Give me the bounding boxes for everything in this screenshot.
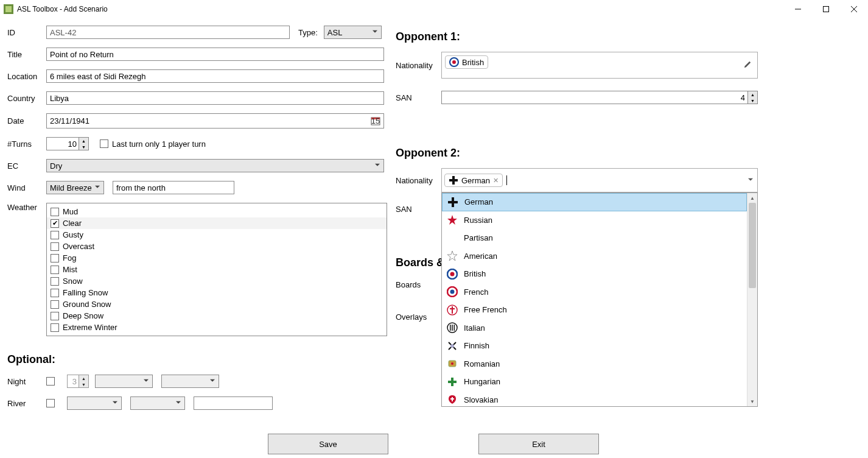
- title-input[interactable]: [46, 48, 384, 61]
- scroll-up-icon[interactable]: ▲: [747, 193, 757, 203]
- weather-checkbox[interactable]: [51, 289, 59, 297]
- dropdown-item-italian[interactable]: Italian: [442, 319, 747, 337]
- opp1-nat-label: Nationality: [396, 61, 441, 70]
- weather-checkbox[interactable]: [51, 254, 59, 262]
- wind-select[interactable]: Mild Breeze: [46, 181, 104, 194]
- dropdown-item-label: American: [464, 252, 497, 261]
- weather-checkbox[interactable]: [51, 312, 59, 320]
- night-spinner[interactable]: ▲▼: [67, 375, 89, 388]
- river-label: River: [7, 399, 46, 408]
- dropdown-item-hungarian[interactable]: Hungarian: [442, 373, 747, 391]
- close-button[interactable]: [840, 0, 868, 18]
- opp2-nationality-dropdown[interactable]: GermanRussianPartisanAmericanBritishFren…: [441, 192, 758, 407]
- night-select-2[interactable]: [161, 375, 219, 388]
- id-label: ID: [7, 28, 46, 37]
- country-input[interactable]: [46, 91, 384, 105]
- dropdown-item-free-french[interactable]: Free French: [442, 301, 747, 319]
- dropdown-item-label: Finnish: [464, 341, 489, 350]
- chevron-down-icon[interactable]: [748, 178, 753, 183]
- opp1-nationality-box[interactable]: British: [441, 52, 758, 79]
- turns-up[interactable]: ▲: [79, 138, 88, 144]
- dropdown-item-german[interactable]: German: [442, 193, 747, 211]
- finnish-flag-icon: [447, 340, 458, 351]
- scroll-thumb[interactable]: [749, 203, 756, 288]
- date-label: Date: [7, 116, 46, 125]
- weather-item-snow[interactable]: Snow: [47, 275, 387, 287]
- weather-checkbox[interactable]: [51, 266, 59, 274]
- dropdown-item-finnish[interactable]: Finnish: [442, 337, 747, 355]
- location-input[interactable]: [46, 69, 384, 83]
- dropdown-item-russian[interactable]: Russian: [442, 211, 747, 230]
- weather-item-label: Extreme Winter: [63, 323, 117, 332]
- weather-item-clear[interactable]: Clear: [47, 217, 387, 229]
- weather-item-label: Falling Snow: [63, 288, 108, 297]
- weather-checkbox[interactable]: [51, 219, 59, 228]
- weather-listbox[interactable]: MudClearGustyOvercastFogMistSnowFalling …: [46, 203, 387, 336]
- window-title: ASL Toolbox - Add Scenario: [17, 5, 108, 13]
- pencil-icon[interactable]: [743, 60, 752, 71]
- turns-down[interactable]: ▼: [79, 144, 88, 150]
- river-select-2[interactable]: [130, 396, 185, 410]
- wind-direction-input[interactable]: [113, 181, 234, 194]
- italian-flag-icon: [447, 322, 458, 333]
- dropdown-scrollbar[interactable]: ▲ ▼: [747, 193, 757, 406]
- night-select-1[interactable]: [95, 375, 153, 388]
- weather-item-deep-snow[interactable]: Deep Snow: [47, 310, 387, 322]
- ec-select[interactable]: Dry: [46, 159, 384, 172]
- weather-checkbox[interactable]: [51, 300, 59, 309]
- dropdown-item-label: German: [464, 197, 493, 206]
- turns-spinner[interactable]: ▲▼: [46, 137, 89, 150]
- wind-label: Wind: [7, 183, 46, 192]
- dropdown-item-slovakian[interactable]: Slovakian: [442, 391, 747, 407]
- free-french-flag-icon: [447, 305, 458, 315]
- title-label: Title: [7, 50, 46, 59]
- svg-point-18: [450, 272, 455, 276]
- dropdown-item-label: Russian: [464, 216, 492, 225]
- overlays-label: Overlays: [396, 312, 441, 322]
- date-input[interactable]: 15: [46, 113, 384, 129]
- weather-checkbox[interactable]: [51, 242, 59, 251]
- weather-item-label: Mist: [63, 265, 77, 274]
- dropdown-item-american[interactable]: American: [442, 247, 747, 266]
- save-button[interactable]: Save: [268, 434, 388, 454]
- river-checkbox[interactable]: [46, 399, 55, 407]
- weather-checkbox[interactable]: [51, 208, 59, 216]
- calendar-icon[interactable]: 15: [368, 114, 383, 128]
- dropdown-item-partisan[interactable]: Partisan: [442, 229, 747, 247]
- night-checkbox[interactable]: [46, 377, 55, 386]
- opp2-nationality-combo[interactable]: German ✕: [441, 168, 758, 192]
- svg-rect-3: [824, 7, 829, 12]
- scroll-down-icon[interactable]: ▼: [747, 396, 757, 406]
- chip-remove-icon[interactable]: ✕: [493, 177, 499, 185]
- weather-checkbox[interactable]: [51, 231, 59, 239]
- weather-item-overcast[interactable]: Overcast: [47, 241, 387, 252]
- svg-marker-16: [447, 251, 457, 261]
- weather-item-mist[interactable]: Mist: [47, 264, 387, 275]
- weather-item-falling-snow[interactable]: Falling Snow: [47, 287, 387, 298]
- river-select-1[interactable]: [67, 396, 122, 410]
- opp2-chip-german[interactable]: German ✕: [444, 174, 503, 187]
- weather-item-mud[interactable]: Mud: [47, 206, 387, 217]
- weather-item-label: Gusty: [63, 230, 83, 239]
- weather-item-fog[interactable]: Fog: [47, 252, 387, 264]
- maximize-button[interactable]: [812, 0, 840, 18]
- exit-button[interactable]: Exit: [478, 434, 599, 454]
- lastturn-checkbox[interactable]: [100, 139, 108, 148]
- opp1-chip-british[interactable]: British: [445, 55, 488, 69]
- dropdown-item-french[interactable]: French: [442, 283, 747, 301]
- minimize-button[interactable]: [784, 0, 812, 18]
- svg-rect-35: [450, 398, 454, 400]
- weather-item-label: Fog: [63, 253, 76, 262]
- weather-checkbox[interactable]: [51, 323, 59, 332]
- weather-checkbox[interactable]: [51, 277, 59, 286]
- svg-rect-33: [448, 381, 457, 383]
- weather-item-ground-snow[interactable]: Ground Snow: [47, 298, 387, 310]
- weather-item-extreme-winter[interactable]: Extreme Winter: [47, 322, 387, 333]
- dropdown-item-romanian[interactable]: Romanian: [442, 355, 747, 373]
- river-input[interactable]: [194, 396, 273, 410]
- id-input[interactable]: [46, 26, 290, 39]
- weather-item-gusty[interactable]: Gusty: [47, 229, 387, 241]
- type-select[interactable]: ASL: [324, 26, 382, 39]
- dropdown-item-british[interactable]: British: [442, 265, 747, 283]
- opp1-san-spinner[interactable]: ▲▼: [441, 91, 758, 104]
